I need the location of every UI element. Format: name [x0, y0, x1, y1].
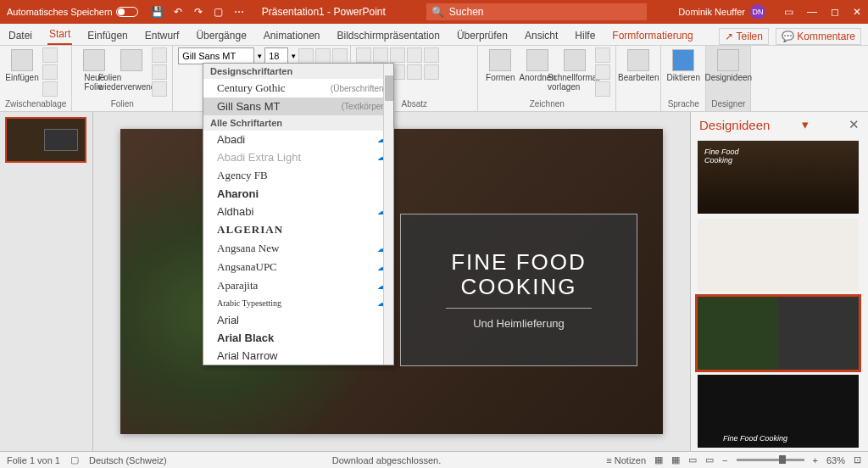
cut-icon[interactable] — [42, 47, 58, 63]
font-item-arial-narrow[interactable]: Arial Narrow — [203, 347, 393, 365]
bullets-icon[interactable] — [356, 47, 371, 63]
dropdown-scrollbar[interactable] — [383, 64, 393, 365]
font-item-angsana-new[interactable]: Angsana New☁ — [203, 239, 393, 258]
more-icon[interactable]: ⋯ — [233, 6, 245, 18]
font-item-angsanaupc[interactable]: AngsanaUPC☁ — [203, 258, 393, 276]
document-title: Präsentation1 - PowerPoint — [262, 6, 386, 18]
font-item-aldhabi[interactable]: Aldhabi☁ — [203, 203, 393, 220]
tab-help[interactable]: Hilfe — [573, 26, 597, 45]
font-item-arial[interactable]: Arial — [203, 311, 393, 329]
increase-size-icon[interactable] — [298, 48, 314, 64]
font-item-aparajita[interactable]: Aparajita☁ — [203, 276, 393, 295]
tab-insert[interactable]: Einfügen — [86, 26, 129, 45]
zoom-level[interactable]: 63% — [826, 455, 845, 465]
design-idea-2[interactable] — [698, 219, 859, 292]
font-item-agency-fb[interactable]: Agency FB — [203, 166, 393, 185]
slide-subtitle[interactable]: Und Heimlieferung — [473, 317, 565, 330]
shape-fill-icon[interactable] — [595, 47, 610, 63]
clear-format-icon[interactable] — [332, 48, 348, 64]
copy-icon[interactable] — [42, 64, 58, 80]
reading-view-icon[interactable]: ▭ — [688, 454, 697, 465]
tab-review[interactable]: Überprüfen — [455, 26, 509, 45]
designideas-button[interactable]: Designideen — [711, 47, 745, 82]
dictate-button[interactable]: Diktieren — [666, 47, 700, 82]
indent-inc-icon[interactable] — [407, 47, 422, 63]
columns-icon[interactable] — [424, 64, 439, 80]
zoom-slider[interactable] — [737, 459, 804, 461]
shape-outline-icon[interactable] — [595, 64, 610, 80]
decrease-size-icon[interactable] — [315, 48, 331, 64]
sorter-view-icon[interactable]: ▦ — [671, 454, 680, 465]
maximize-icon[interactable]: ◻ — [831, 6, 839, 18]
format-painter-icon[interactable] — [42, 81, 58, 97]
design-idea-3[interactable] — [698, 297, 859, 370]
tab-animations[interactable]: Animationen — [262, 26, 322, 45]
font-dropdown[interactable]: Designschriftarten Century Gothic(Übersc… — [203, 63, 394, 365]
autosave-label: Automatisches Speichern — [7, 7, 113, 17]
panel-dropdown-icon[interactable]: ▾ — [802, 117, 809, 132]
quickstyles-button[interactable]: Schnellformat- vorlagen — [558, 47, 592, 92]
fit-window-icon[interactable]: ⊡ — [854, 454, 861, 465]
undo-icon[interactable]: ↶ — [172, 6, 184, 18]
font-item-abadi[interactable]: Abadi☁ — [203, 131, 393, 148]
minimize-icon[interactable]: — — [807, 6, 817, 18]
slide-indicator[interactable]: Folie 1 von 1 — [7, 455, 60, 465]
section-icon[interactable] — [152, 81, 167, 97]
shape-effects-icon[interactable] — [595, 81, 610, 97]
language-indicator[interactable]: Deutsch (Schweiz) — [89, 455, 167, 465]
shapes-button[interactable]: Formen — [483, 47, 517, 82]
close-panel-icon[interactable]: ✕ — [849, 117, 860, 132]
tab-start[interactable]: Start — [47, 25, 72, 45]
present-icon[interactable]: ▢ — [213, 6, 225, 18]
slide-title[interactable]: FINE FOOD COOKING — [415, 250, 623, 298]
font-name-input[interactable]: Gill Sans MT — [178, 47, 254, 64]
zoom-out-icon[interactable]: − — [722, 455, 727, 465]
title-textbox[interactable]: FINE FOOD COOKING Und Heimlieferung — [400, 214, 637, 366]
zoom-in-icon[interactable]: + — [813, 455, 818, 465]
justify-icon[interactable] — [407, 64, 422, 80]
clipboard-label: Zwischenablage — [5, 98, 66, 109]
ribbon-options-icon[interactable]: ▭ — [784, 6, 793, 18]
layout-icon[interactable] — [152, 47, 167, 63]
notes-button[interactable]: ≡ Notizen — [606, 455, 646, 465]
line-spacing-icon[interactable] — [424, 47, 439, 63]
font-size-input[interactable]: 18 — [264, 47, 288, 64]
tab-file[interactable]: Datei — [7, 26, 34, 45]
font-item-arabic-typesetting[interactable]: Arabic Typesetting☁ — [203, 295, 393, 311]
tab-design[interactable]: Entwurf — [143, 26, 181, 45]
spell-check-icon[interactable]: ▢ — [70, 454, 79, 465]
font-item-algerian[interactable]: ALGERIAN — [203, 220, 393, 239]
close-icon[interactable]: ✕ — [853, 6, 861, 18]
tab-view[interactable]: Ansicht — [523, 26, 559, 45]
share-button[interactable]: ↗ Teilen — [719, 28, 768, 45]
reset-icon[interactable] — [152, 64, 167, 80]
autosave-toggle[interactable]: Automatisches Speichern — [7, 7, 138, 17]
search-box[interactable]: 🔍 Suchen — [426, 3, 647, 20]
font-item-abadi-extra-light[interactable]: Abadi Extra Light☁ — [203, 148, 393, 166]
tab-shape-format[interactable]: Formformatierung — [610, 26, 694, 45]
tab-transitions[interactable]: Übergänge — [194, 26, 248, 45]
slide-thumbnail-1[interactable] — [5, 117, 86, 163]
design-ideas-list[interactable]: Fine Food Cooking Fine Food Cooking — [691, 137, 868, 451]
font-item-arial-black[interactable]: Arial Black — [203, 329, 393, 347]
save-icon[interactable]: 💾 — [152, 6, 164, 18]
comments-button[interactable]: 💬 Kommentare — [776, 28, 861, 45]
redo-icon[interactable]: ↷ — [192, 6, 204, 18]
numbering-icon[interactable] — [373, 47, 388, 63]
toggle-icon[interactable] — [116, 7, 138, 17]
edit-button[interactable]: Bearbeiten — [621, 47, 655, 82]
slideshow-view-icon[interactable]: ▭ — [705, 454, 714, 465]
paste-button[interactable]: Einfügen — [5, 47, 39, 82]
reuse-slides-button[interactable]: Folien wiederverwenden — [114, 47, 148, 92]
normal-view-icon[interactable]: ▦ — [654, 454, 663, 465]
user-account[interactable]: Dominik Neuffer DN — [678, 4, 765, 20]
font-item-gill-sans[interactable]: Gill Sans MT(Textkörper) — [203, 98, 393, 115]
font-item-century-gothic[interactable]: Century Gothic(Überschriften) — [203, 79, 393, 98]
size-dropdown-icon[interactable]: ▼ — [290, 53, 297, 60]
font-item-aharoni[interactable]: Aharoni — [203, 185, 393, 203]
tab-slideshow[interactable]: Bildschirmpräsentation — [336, 26, 442, 45]
design-idea-4[interactable]: Fine Food Cooking — [698, 375, 859, 448]
font-dropdown-icon[interactable]: ▼ — [256, 53, 263, 60]
indent-dec-icon[interactable] — [390, 47, 405, 63]
design-idea-1[interactable]: Fine Food Cooking — [698, 141, 859, 214]
